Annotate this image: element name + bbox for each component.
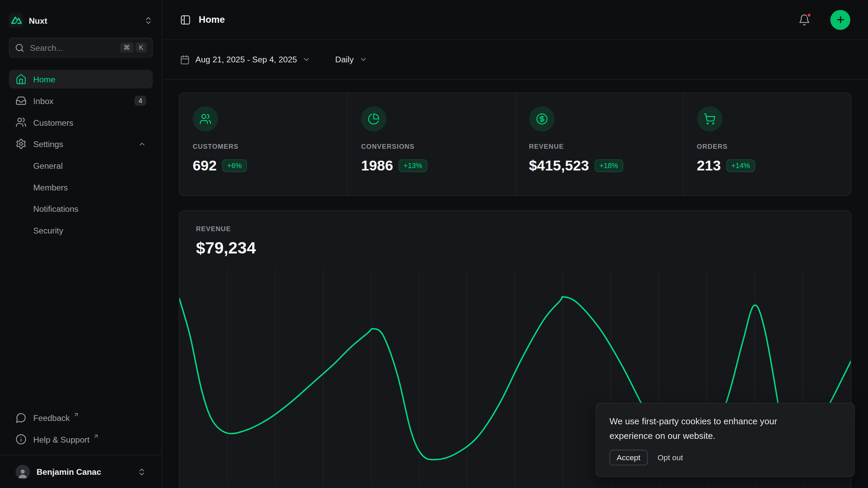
chevron-down-icon — [302, 55, 311, 63]
sidebar-item-label: Members — [33, 182, 146, 192]
date-range-value: Aug 21, 2025 - Sep 4, 2025 — [195, 55, 297, 64]
revenue-panel-label: REVENUE — [196, 225, 834, 233]
workspace-name: Nuxt — [29, 16, 138, 25]
cookie-optout-button[interactable]: Opt out — [657, 450, 683, 465]
message-bubble-icon — [16, 412, 27, 423]
sidebar-item-label: Home — [33, 75, 146, 84]
stat-card-orders[interactable]: ORDERS 213 +14% — [683, 93, 851, 195]
kbd-k-key: K — [136, 43, 147, 53]
page-header: Home — [162, 0, 868, 40]
stat-delta-badge: +6% — [222, 159, 246, 172]
cookie-accept-button[interactable]: Accept — [610, 450, 648, 465]
stat-label: REVENUE — [529, 143, 670, 150]
workspace-switcher[interactable]: Nuxt — [0, 0, 162, 38]
external-link-icon — [93, 433, 99, 439]
stat-delta-badge: +14% — [726, 159, 755, 172]
stat-value: 1986 — [361, 157, 393, 175]
stat-value: 213 — [697, 157, 721, 175]
avatar — [16, 465, 30, 479]
sidebar-nav: Home Inbox 4 Customers Settings — [0, 70, 162, 242]
footer-link-label: Help & Support — [33, 434, 90, 444]
sidebar-item-security[interactable]: Security — [9, 221, 153, 240]
sidebar: Nuxt Search... ⌘ K Home — [0, 0, 162, 488]
date-range-picker[interactable]: Aug 21, 2025 - Sep 4, 2025 — [180, 55, 311, 64]
plus-icon — [835, 14, 846, 25]
info-circle-icon — [16, 434, 27, 445]
revenue-panel-value: $79,234 — [196, 239, 834, 258]
pie-chart-icon — [361, 106, 387, 131]
stat-card-revenue[interactable]: REVENUE $415,523 +18% — [515, 93, 683, 195]
notification-dot — [807, 13, 812, 18]
users-icon — [193, 106, 218, 131]
stats-grid: CUSTOMERS 692 +6% CONVERSIONS 1986 +13% — [179, 93, 851, 196]
sidebar-item-home[interactable]: Home — [9, 70, 153, 89]
nuxt-logo-icon — [9, 13, 23, 27]
sidebar-item-general[interactable]: General — [9, 156, 153, 175]
chevrons-up-down-icon — [144, 16, 153, 25]
notifications-button[interactable] — [798, 14, 810, 26]
chevrons-up-down-icon — [137, 467, 146, 476]
chevron-down-icon — [359, 55, 367, 63]
sidebar-item-notifications[interactable]: Notifications — [9, 199, 153, 218]
home-icon — [16, 74, 27, 85]
stat-label: CONVERSIONS — [361, 143, 502, 150]
granularity-select[interactable]: Daily — [335, 55, 368, 64]
granularity-value: Daily — [335, 55, 354, 64]
external-link-icon — [73, 412, 79, 418]
panel-left-icon[interactable] — [180, 14, 191, 25]
sidebar-item-inbox[interactable]: Inbox 4 — [9, 91, 153, 110]
sidebar-item-label: Inbox — [33, 96, 128, 105]
sidebar-item-settings[interactable]: Settings — [9, 135, 153, 154]
search-icon — [15, 43, 24, 53]
stat-value: $415,523 — [529, 157, 589, 175]
kbd-meta-key: ⌘ — [120, 43, 133, 53]
stat-delta-badge: +18% — [594, 159, 623, 172]
filters-toolbar: Aug 21, 2025 - Sep 4, 2025 Daily — [162, 40, 868, 80]
user-name: Benjamin Canac — [37, 467, 131, 476]
sidebar-item-label: Settings — [33, 139, 131, 149]
sidebar-footer: Feedback Help & Support — [0, 408, 162, 455]
stat-delta-badge: +13% — [399, 159, 427, 172]
search-shortcut: ⌘ K — [120, 43, 146, 53]
main-panel: Home Aug 21, 2025 - Sep 4, 2025 — [162, 0, 868, 488]
inbox-count-badge: 4 — [135, 96, 146, 105]
sidebar-item-label: General — [33, 161, 146, 170]
add-button[interactable] — [830, 10, 850, 30]
shopping-cart-icon — [697, 106, 722, 131]
sidebar-item-label: Security — [33, 225, 146, 235]
feedback-link[interactable]: Feedback — [9, 408, 153, 427]
cookie-banner: We use first-party cookies to enhance yo… — [596, 403, 855, 477]
users-icon — [16, 117, 27, 128]
inbox-icon — [16, 95, 27, 106]
sidebar-item-members[interactable]: Members — [9, 178, 153, 197]
footer-link-label: Feedback — [33, 413, 70, 423]
help-support-link[interactable]: Help & Support — [9, 430, 153, 449]
user-menu[interactable]: Benjamin Canac — [0, 455, 162, 488]
sidebar-item-label: Notifications — [33, 204, 146, 214]
cookie-message: We use first-party cookies to enhance yo… — [610, 414, 803, 443]
stat-value: 692 — [193, 157, 217, 175]
search-input[interactable]: Search... ⌘ K — [9, 38, 153, 58]
stat-label: ORDERS — [697, 143, 837, 150]
stat-label: CUSTOMERS — [193, 143, 334, 150]
calendar-icon — [180, 55, 190, 64]
page-title: Home — [199, 14, 790, 25]
stat-card-customers[interactable]: CUSTOMERS 692 +6% — [179, 93, 347, 195]
sidebar-item-customers[interactable]: Customers — [9, 113, 153, 132]
search-placeholder: Search... — [30, 43, 115, 53]
gear-icon — [16, 138, 27, 149]
sidebar-item-label: Customers — [33, 118, 146, 127]
app-root: Nuxt Search... ⌘ K Home — [0, 0, 868, 488]
dollar-circle-icon — [529, 106, 554, 131]
stat-card-conversions[interactable]: CONVERSIONS 1986 +13% — [347, 93, 515, 195]
chevron-up-icon — [138, 140, 146, 148]
